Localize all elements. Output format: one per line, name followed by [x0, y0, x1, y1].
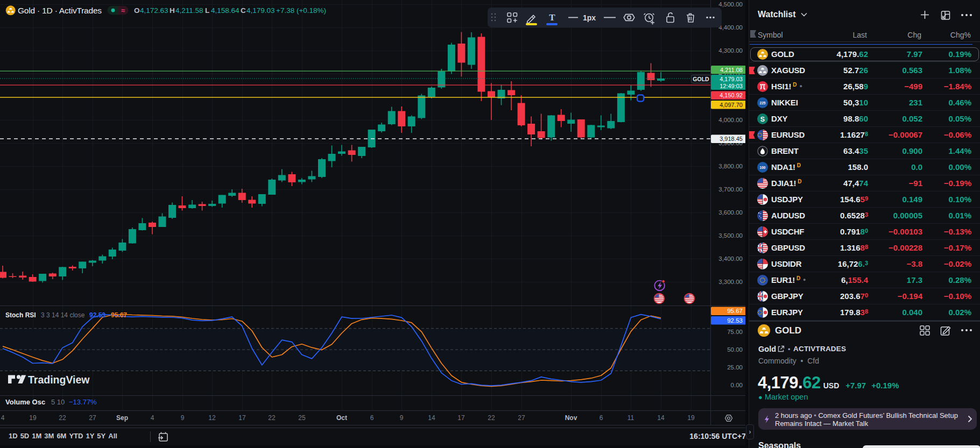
svg-text:3,400.00: 3,400.00 — [718, 255, 743, 262]
svg-text:S: S — [760, 116, 765, 123]
svg-text:H: H — [170, 6, 175, 15]
svg-text:95.67: 95.67 — [727, 308, 743, 314]
svg-text:4,179.03: 4,179.03 — [720, 76, 743, 82]
svg-text:1px: 1px — [583, 13, 596, 22]
svg-text:4,400.00: 4,400.00 — [718, 24, 743, 31]
svg-text:Volume Osc: Volume Osc — [5, 398, 45, 406]
svg-text:22: 22 — [268, 414, 276, 422]
svg-text:4,097.70: 4,097.70 — [720, 102, 743, 108]
svg-text:50.00: 50.00 — [727, 346, 743, 353]
svg-text:T: T — [549, 12, 555, 23]
svg-text:12:49:03: 12:49:03 — [720, 83, 743, 89]
svg-text:22: 22 — [488, 414, 495, 422]
svg-text:17: 17 — [457, 414, 465, 422]
svg-text:25: 25 — [298, 414, 306, 422]
svg-text:6: 6 — [600, 414, 603, 422]
svg-text:0.00: 0.00 — [731, 382, 743, 388]
svg-text:C: C — [241, 6, 246, 15]
svg-text:4,300.00: 4,300.00 — [718, 47, 743, 54]
svg-text:4,211.08: 4,211.08 — [720, 67, 743, 73]
svg-text:27: 27 — [518, 414, 525, 422]
svg-text:O: O — [134, 6, 140, 15]
svg-text:100: 100 — [760, 166, 766, 169]
svg-text:4,000.00: 4,000.00 — [718, 117, 743, 123]
svg-text:19: 19 — [687, 414, 695, 422]
svg-text:3,600.00: 3,600.00 — [718, 209, 743, 216]
svg-text:3,300.00: 3,300.00 — [718, 279, 743, 285]
svg-text:Gold · 1D · ActivTrades: Gold · 1D · ActivTrades — [18, 6, 102, 15]
svg-text:4,211.58: 4,211.58 — [175, 6, 203, 15]
svg-text:4,500.00: 4,500.00 — [718, 1, 743, 8]
svg-text:27: 27 — [89, 414, 96, 422]
svg-text:Nov: Nov — [565, 414, 577, 422]
svg-text:4: 4 — [1, 414, 5, 422]
svg-text:Stoch RSI: Stoch RSI — [5, 311, 36, 319]
svg-text:4,158.64: 4,158.64 — [211, 6, 239, 15]
svg-text:75.00: 75.00 — [727, 329, 743, 335]
svg-text:9: 9 — [181, 414, 185, 422]
svg-text:6: 6 — [370, 414, 374, 422]
svg-text:9: 9 — [400, 414, 404, 422]
svg-text:TradingView: TradingView — [28, 374, 90, 386]
svg-text:Oct: Oct — [336, 414, 347, 422]
svg-text:17: 17 — [238, 414, 246, 422]
svg-text:5 10: 5 10 — [51, 398, 65, 406]
svg-text:12: 12 — [208, 414, 216, 422]
svg-text:GOLD: GOLD — [693, 76, 709, 82]
svg-text:92.53: 92.53 — [727, 317, 743, 324]
svg-text:4,172.63: 4,172.63 — [140, 6, 168, 15]
svg-text:3,500.00: 3,500.00 — [718, 232, 743, 239]
svg-text:95.67: 95.67 — [111, 311, 127, 319]
svg-text:4,150.92: 4,150.92 — [720, 92, 743, 98]
svg-text:25.00: 25.00 — [727, 364, 743, 371]
svg-text:4,179.03: 4,179.03 — [246, 6, 275, 15]
svg-text:≈: ≈ — [121, 6, 125, 15]
svg-text:92.53: 92.53 — [89, 311, 105, 319]
svg-text:3,918.45: 3,918.45 — [720, 136, 743, 142]
svg-text:3 3 14 14 close: 3 3 14 14 close — [41, 311, 85, 319]
svg-text:3,800.00: 3,800.00 — [718, 163, 743, 169]
svg-text:−13.77%: −13.77% — [69, 398, 97, 406]
svg-text:+7.38 (+0.18%): +7.38 (+0.18%) — [276, 6, 326, 15]
svg-text:Sep: Sep — [116, 414, 128, 422]
svg-text:14: 14 — [657, 414, 665, 422]
svg-text:3,700.00: 3,700.00 — [718, 186, 743, 193]
svg-text:14: 14 — [428, 414, 435, 422]
svg-text:L: L — [205, 6, 209, 15]
svg-text:11: 11 — [628, 414, 634, 422]
svg-text:4: 4 — [151, 414, 154, 422]
svg-text:22: 22 — [59, 414, 66, 422]
svg-text:19: 19 — [29, 414, 37, 422]
svg-text:225: 225 — [760, 101, 766, 105]
